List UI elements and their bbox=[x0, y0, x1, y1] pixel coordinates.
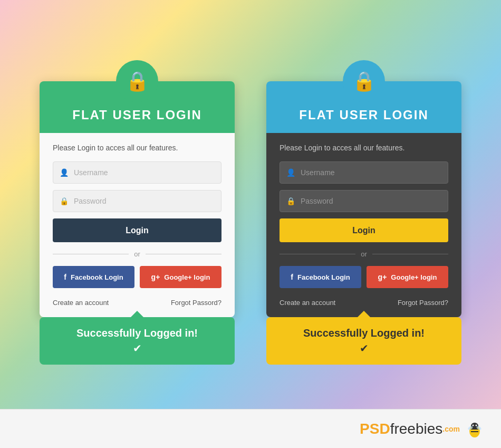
dark-bottom-links: Create an account Forgot Passord? bbox=[280, 299, 448, 307]
dark-user-icon: 👤 bbox=[286, 168, 295, 177]
main-area: 🔒 FLAT USER LOGIN Please Login to acces … bbox=[0, 0, 501, 409]
green-success-box: Successfully Logged in! ✔ bbox=[40, 317, 235, 365]
dark-login-button[interactable]: Login bbox=[280, 218, 448, 242]
brand-psd: PSD bbox=[360, 421, 390, 437]
dark-card-title: FLAT USER LOGIN bbox=[299, 108, 429, 122]
svg-point-6 bbox=[473, 424, 474, 426]
dark-success-arrow bbox=[358, 311, 370, 317]
dark-success-check-icon: ✔ bbox=[360, 342, 369, 355]
green-lock-circle: 🔒 bbox=[116, 60, 158, 102]
green-social-row: f Facebook Login g+ Google+ login bbox=[53, 266, 221, 288]
dark-google-icon: g+ bbox=[378, 273, 387, 281]
bee-icon bbox=[464, 418, 485, 440]
green-login-card: 🔒 FLAT USER LOGIN Please Login to acces … bbox=[40, 81, 235, 317]
dark-success-text: Successfully Logged in! bbox=[303, 327, 425, 339]
green-or-line-right bbox=[146, 254, 221, 254]
green-card-wrapper: 🔒 FLAT USER LOGIN Please Login to acces … bbox=[40, 55, 235, 365]
dark-username-group: 👤 bbox=[280, 161, 448, 184]
dark-lock-field-icon: 🔒 bbox=[286, 197, 295, 205]
green-facebook-icon: f bbox=[64, 273, 66, 281]
dark-create-account-link[interactable]: Create an account bbox=[280, 299, 335, 307]
dark-or-text: or bbox=[355, 250, 372, 258]
svg-point-7 bbox=[476, 424, 477, 426]
green-or-divider: or bbox=[53, 250, 221, 258]
footer-bar: PSD freebies .com bbox=[0, 409, 501, 448]
green-success-text: Successfully Logged in! bbox=[76, 327, 198, 339]
green-user-icon: 👤 bbox=[60, 168, 69, 177]
dark-login-card: 🔒 FLAT USER LOGIN Please Login to acces … bbox=[266, 81, 461, 317]
green-facebook-button[interactable]: f Facebook Login bbox=[53, 266, 134, 288]
dark-success-box: Successfully Logged in! ✔ bbox=[266, 317, 461, 365]
brand-com: .com bbox=[442, 425, 460, 433]
dark-social-row: f Facebook Login g+ Google+ login bbox=[280, 266, 448, 288]
dark-or-divider: or bbox=[280, 250, 448, 258]
dark-card-body: Please Login to acces all our features. … bbox=[266, 133, 461, 317]
dark-card-description: Please Login to acces all our features. bbox=[280, 144, 448, 152]
green-success-arrow bbox=[131, 311, 143, 317]
green-username-group: 👤 bbox=[53, 161, 221, 184]
dark-or-line-right bbox=[372, 254, 448, 254]
green-google-icon: g+ bbox=[151, 273, 160, 281]
green-success-check-icon: ✔ bbox=[133, 342, 142, 355]
green-bottom-links: Create an account Forgot Passord? bbox=[53, 299, 221, 307]
brand-logo: PSD freebies .com bbox=[360, 418, 485, 440]
dark-or-line-left bbox=[280, 254, 355, 254]
green-google-button[interactable]: g+ Google+ login bbox=[140, 266, 221, 288]
dark-facebook-button[interactable]: f Facebook Login bbox=[280, 266, 361, 288]
dark-forgot-password-link[interactable]: Forgot Passord? bbox=[398, 299, 448, 307]
brand-freebies: freebies bbox=[390, 421, 443, 437]
green-password-input[interactable] bbox=[74, 197, 215, 205]
dark-facebook-icon: f bbox=[291, 273, 293, 281]
green-card-body: Please Login to acces all our features. … bbox=[40, 133, 235, 317]
green-lock-icon: 🔒 bbox=[126, 72, 149, 91]
dark-lock-circle: 🔒 bbox=[343, 60, 385, 102]
dark-lock-icon: 🔒 bbox=[352, 72, 376, 91]
dark-card-wrapper: 🔒 FLAT USER LOGIN Please Login to acces … bbox=[266, 55, 461, 365]
dark-password-group: 🔒 bbox=[280, 190, 448, 212]
dark-username-input[interactable] bbox=[301, 168, 441, 177]
green-login-button[interactable]: Login bbox=[53, 218, 221, 242]
green-or-line-left bbox=[53, 254, 129, 254]
green-password-group: 🔒 bbox=[53, 190, 221, 212]
green-username-input[interactable] bbox=[74, 168, 215, 177]
dark-google-button[interactable]: g+ Google+ login bbox=[367, 266, 448, 288]
green-card-title: FLAT USER LOGIN bbox=[72, 108, 202, 122]
green-forgot-password-link[interactable]: Forgot Passord? bbox=[171, 299, 221, 307]
green-create-account-link[interactable]: Create an account bbox=[53, 299, 109, 307]
green-or-text: or bbox=[129, 250, 146, 258]
dark-password-input[interactable] bbox=[301, 197, 441, 205]
green-card-description: Please Login to acces all our features. bbox=[53, 144, 221, 152]
green-lock-field-icon: 🔒 bbox=[60, 197, 69, 205]
